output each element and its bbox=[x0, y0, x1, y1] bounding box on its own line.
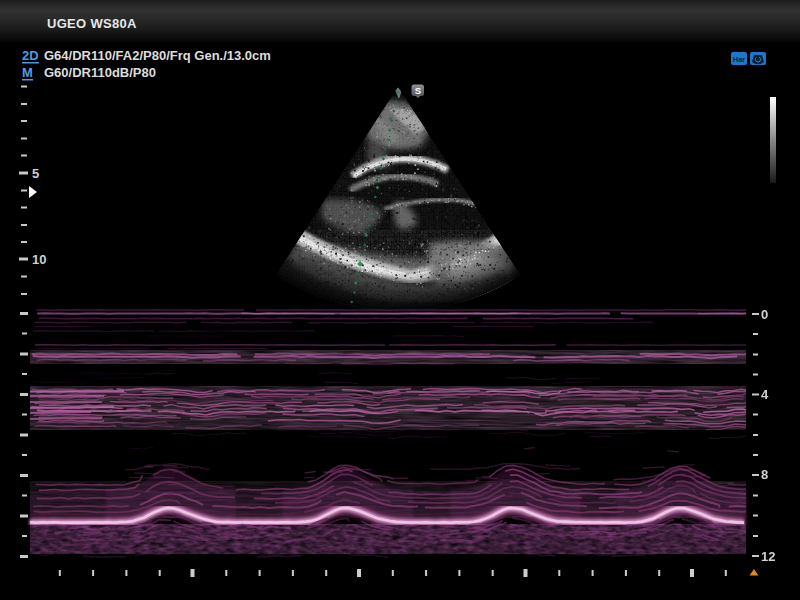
svg-text:2D: 2D bbox=[22, 48, 39, 63]
svg-text:4: 4 bbox=[761, 387, 769, 402]
svg-text:0: 0 bbox=[761, 307, 768, 322]
svg-text:5: 5 bbox=[32, 166, 39, 181]
svg-text:UGEO WS80A: UGEO WS80A bbox=[47, 16, 137, 31]
svg-text:G64/DR110/FA2/P80/Frq Gen./13.: G64/DR110/FA2/P80/Frq Gen./13.0cm bbox=[44, 48, 271, 63]
svg-text:8: 8 bbox=[761, 467, 768, 482]
svg-text:G60/DR110dB/P80: G60/DR110dB/P80 bbox=[44, 65, 156, 80]
svg-text:Har: Har bbox=[733, 55, 746, 64]
svg-text:M: M bbox=[22, 65, 33, 80]
svg-text:S: S bbox=[415, 85, 421, 96]
svg-text:12: 12 bbox=[761, 549, 775, 564]
svg-text:10: 10 bbox=[32, 252, 46, 267]
